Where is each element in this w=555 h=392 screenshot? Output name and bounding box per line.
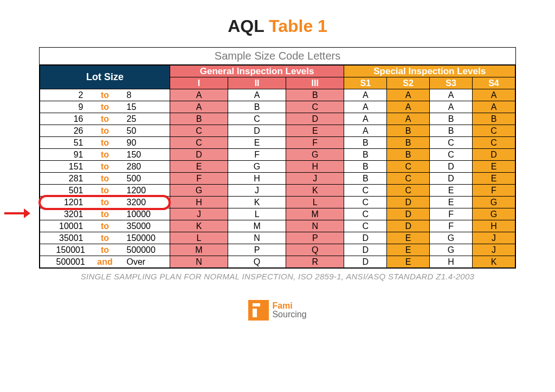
lot-size-cell: 151to280 — [40, 161, 170, 173]
table-row: 1201to3200HKLCDEG — [40, 197, 515, 208]
spec-cell: D — [387, 208, 430, 220]
gen-cell: E — [170, 161, 228, 173]
gen-cell: B — [228, 101, 286, 113]
spec-cell: C — [472, 137, 515, 149]
lot-size-cell: 91to150 — [40, 149, 170, 161]
gen-cell: K — [228, 197, 286, 208]
gen-col-header: III — [286, 77, 344, 89]
gen-cell: M — [286, 208, 344, 220]
spec-cell: E — [472, 173, 515, 185]
table-row: 281to500FHJBCDE — [40, 173, 515, 185]
spec-cell: D — [387, 197, 430, 208]
gen-cell: M — [170, 244, 228, 256]
spec-cell: D — [344, 256, 387, 268]
title-suffix: Table 1 — [269, 16, 327, 36]
gen-col-header: I — [170, 77, 228, 89]
gen-cell: A — [170, 101, 228, 113]
gen-cell: D — [170, 149, 228, 161]
lot-size-cell: 281to500 — [40, 173, 170, 185]
lot-size-cell: 26to50 — [40, 125, 170, 137]
spec-cell: F — [472, 185, 515, 197]
gen-cell: B — [286, 89, 344, 101]
logo-text: Fami Sourcing — [272, 302, 306, 319]
gen-cell: H — [286, 161, 344, 173]
gen-cell: F — [170, 173, 228, 185]
spec-cell: J — [472, 244, 515, 256]
spec-cell: C — [344, 197, 387, 208]
spec-cell: A — [472, 101, 515, 113]
gen-cell: F — [286, 137, 344, 149]
table-row: 91to150DFGBBCD — [40, 149, 515, 161]
svg-marker-1 — [24, 208, 30, 218]
gen-cell: C — [228, 113, 286, 125]
lot-size-cell: 35001to150000 — [40, 232, 170, 244]
gen-cell: A — [170, 89, 228, 101]
spec-cell: B — [387, 125, 430, 137]
spec-cell: A — [430, 101, 473, 113]
gen-cell: G — [170, 185, 228, 197]
table-row: 3201to10000JLMCDFG — [40, 208, 515, 220]
spec-cell: H — [430, 256, 473, 268]
spec-col-header: S4 — [472, 77, 515, 89]
lot-size-cell: 51to90 — [40, 137, 170, 149]
gen-cell: M — [228, 220, 286, 232]
lot-size-cell: 150001to500000 — [40, 244, 170, 256]
spec-cell: E — [430, 185, 473, 197]
lot-size-cell: 501to1200 — [40, 185, 170, 197]
spec-cell: J — [472, 232, 515, 244]
lot-size-cell: 16to25 — [40, 113, 170, 125]
gen-cell: J — [170, 208, 228, 220]
table-row: 501to1200GJKCCEF — [40, 185, 515, 197]
gen-cell: E — [286, 125, 344, 137]
gen-cell: L — [286, 197, 344, 208]
lot-size-cell: 10001to35000 — [40, 220, 170, 232]
spec-cell: B — [430, 125, 473, 137]
brand-logo: Fami Sourcing — [27, 300, 528, 323]
lot-size-cell: 2to8 — [40, 89, 170, 101]
aql-table: Sample Size Code Letters Lot Size Genera… — [39, 47, 516, 269]
table-row: 151to280EGHBCDE — [40, 161, 515, 173]
gen-cell: R — [286, 256, 344, 268]
spec-cell: G — [472, 208, 515, 220]
spec-cell: C — [387, 161, 430, 173]
gen-cell: E — [228, 137, 286, 149]
spec-cell: F — [430, 220, 473, 232]
spec-cell: D — [430, 161, 473, 173]
spec-cell: C — [430, 137, 473, 149]
gen-cell: B — [170, 113, 228, 125]
spec-cell: C — [387, 185, 430, 197]
gen-cell: D — [286, 113, 344, 125]
spec-cell: A — [387, 89, 430, 101]
spec-cell: E — [387, 232, 430, 244]
spec-cell: E — [430, 197, 473, 208]
spec-cell: B — [430, 113, 473, 125]
page-title: AQL Table 1 — [27, 16, 528, 36]
spec-cell: E — [472, 161, 515, 173]
lot-size-cell: 1201to3200 — [40, 197, 170, 208]
spec-cell: D — [430, 173, 473, 185]
gen-cell: J — [286, 173, 344, 185]
spec-cell: B — [387, 149, 430, 161]
spec-cell: K — [472, 256, 515, 268]
gen-cell: Q — [228, 256, 286, 268]
spec-cell: A — [344, 101, 387, 113]
table-row: 51to90CEFBBCC — [40, 137, 515, 149]
lot-size-cell: 3201to10000 — [40, 208, 170, 220]
spec-cell: B — [344, 161, 387, 173]
gen-cell: F — [228, 149, 286, 161]
spec-cell: B — [344, 149, 387, 161]
gen-cell: C — [170, 125, 228, 137]
table-row: 9to15ABCAAAA — [40, 101, 515, 113]
lot-size-header: Lot Size — [40, 66, 170, 89]
spec-cell: E — [387, 244, 430, 256]
gen-cell: H — [228, 173, 286, 185]
spec-col-header: S2 — [387, 77, 430, 89]
spec-cell: B — [387, 137, 430, 149]
gen-cell: L — [228, 208, 286, 220]
spec-cell: H — [472, 220, 515, 232]
spec-cell: D — [387, 220, 430, 232]
spec-cell: C — [430, 149, 473, 161]
gen-cell: P — [286, 232, 344, 244]
spec-cell: C — [344, 208, 387, 220]
gen-col-header: II — [228, 77, 286, 89]
